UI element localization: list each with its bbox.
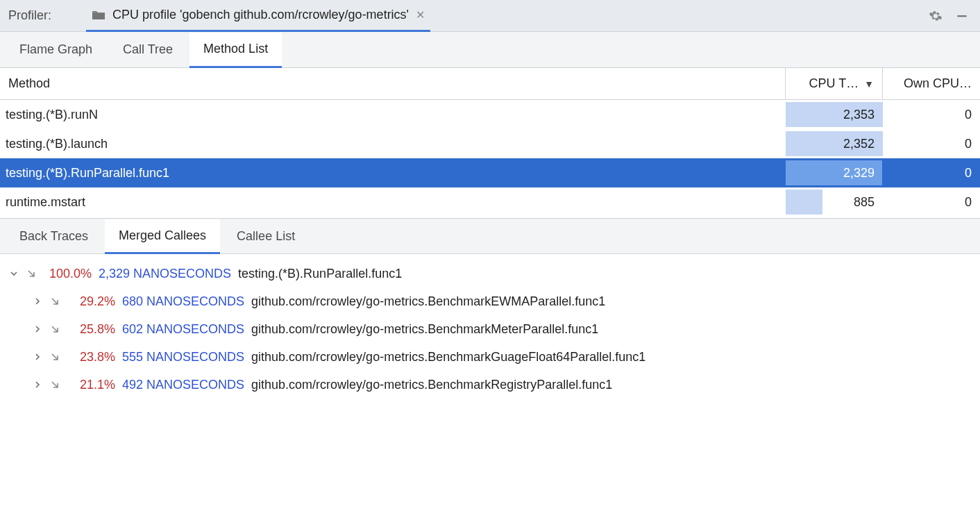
tree-percent: 21.1% xyxy=(67,371,115,399)
own-cpu-cell: 0 xyxy=(883,100,980,129)
main-tabs: Flame GraphCall TreeMethod List xyxy=(0,32,980,68)
tree-method-name: github.com/rcrowley/go-metrics.Benchmark… xyxy=(251,287,605,315)
tab-label: Callee List xyxy=(237,229,295,244)
tree-nanoseconds: 680 NANOSECONDS xyxy=(122,287,244,315)
method-cell: testing.(*B).runN xyxy=(0,100,786,129)
method-name: runtime.mstart xyxy=(6,195,85,210)
own-cpu-cell: 0 xyxy=(883,129,980,158)
cpu-cell: 2,329 xyxy=(786,158,883,187)
tree-row[interactable]: 25.8%602 NANOSECONDSgithub.com/rcrowley/… xyxy=(8,315,972,343)
chevron-right-icon[interactable] xyxy=(32,379,43,390)
column-header-label: Own CPU… xyxy=(904,76,972,91)
tree-method-name: testing.(*B).RunParallel.func1 xyxy=(238,260,402,287)
tree-nanoseconds: 2,329 NANOSECONDS xyxy=(99,260,231,287)
column-header-cpu[interactable]: CPU T… ▼ xyxy=(786,68,883,99)
folder-icon xyxy=(92,10,105,21)
method-name: testing.(*B).launch xyxy=(6,137,108,151)
tab-call-tree[interactable]: Call Tree xyxy=(109,32,187,67)
cpu-value: 2,353 xyxy=(843,108,875,122)
chevron-right-icon[interactable] xyxy=(32,296,43,307)
cpu-value: 2,352 xyxy=(843,137,875,151)
method-table-header: Method CPU T… ▼ Own CPU… xyxy=(0,68,980,100)
cpu-value: 885 xyxy=(854,195,875,210)
own-cpu-cell: 0 xyxy=(883,158,980,187)
tree-row[interactable]: 100.0%2,329 NANOSECONDStesting.(*B).RunP… xyxy=(8,260,972,287)
table-row[interactable]: testing.(*B).RunParallel.func12,3290 xyxy=(0,158,980,187)
own-cpu-cell: 0 xyxy=(883,187,980,217)
tree-row[interactable]: 29.2%680 NANOSECONDSgithub.com/rcrowley/… xyxy=(8,287,972,315)
tree-nanoseconds: 602 NANOSECONDS xyxy=(122,315,244,343)
method-cell: runtime.mstart xyxy=(0,187,786,217)
calls-arrow-icon xyxy=(26,269,36,278)
column-header-method[interactable]: Method xyxy=(0,68,786,99)
tree-percent: 100.0% xyxy=(43,260,92,287)
own-cpu-value: 0 xyxy=(965,195,972,210)
tab-label: Back Traces xyxy=(19,229,88,244)
own-cpu-value: 0 xyxy=(965,166,972,181)
cpu-cell: 2,353 xyxy=(786,100,883,129)
method-table-body: testing.(*B).runN2,3530testing.(*B).laun… xyxy=(0,100,980,218)
callees-tree: 100.0%2,329 NANOSECONDStesting.(*B).RunP… xyxy=(0,254,980,404)
sub-tab-callee-list[interactable]: Callee List xyxy=(223,219,309,253)
method-cell: testing.(*B).RunParallel.func1 xyxy=(0,158,786,187)
cpu-bar xyxy=(786,190,822,215)
table-row[interactable]: runtime.mstart8850 xyxy=(0,187,980,217)
chevron-right-icon[interactable] xyxy=(32,324,43,335)
profile-tab[interactable]: CPU profile 'gobench github.com/rcrowley… xyxy=(86,1,430,32)
column-header-label: CPU T… xyxy=(809,76,859,91)
tab-label: Call Tree xyxy=(123,42,173,57)
tree-percent: 25.8% xyxy=(67,315,115,343)
gear-icon[interactable] xyxy=(926,6,945,26)
tree-method-name: github.com/rcrowley/go-metrics.Benchmark… xyxy=(251,315,598,343)
tab-method-list[interactable]: Method List xyxy=(189,33,282,68)
tree-method-name: github.com/rcrowley/go-metrics.Benchmark… xyxy=(251,343,645,371)
cpu-cell: 885 xyxy=(786,187,883,217)
tree-percent: 29.2% xyxy=(67,287,115,315)
toolbar-label: Profiler: xyxy=(8,8,51,23)
table-row[interactable]: testing.(*B).runN2,3530 xyxy=(0,100,980,129)
calls-arrow-icon xyxy=(50,352,60,362)
chevron-right-icon[interactable] xyxy=(32,351,43,362)
table-row[interactable]: testing.(*B).launch2,3520 xyxy=(0,129,980,158)
calls-arrow-icon xyxy=(50,324,60,334)
calls-arrow-icon xyxy=(50,380,60,389)
tree-row[interactable]: 21.1%492 NANOSECONDSgithub.com/rcrowley/… xyxy=(8,371,972,399)
tab-label: Method List xyxy=(203,42,268,56)
method-name: testing.(*B).RunParallel.func1 xyxy=(6,166,169,181)
tree-method-name: github.com/rcrowley/go-metrics.Benchmark… xyxy=(251,371,612,399)
sub-tab-back-traces[interactable]: Back Traces xyxy=(6,219,102,253)
svg-rect-0 xyxy=(957,15,966,17)
method-name: testing.(*B).runN xyxy=(6,108,98,122)
tree-nanoseconds: 555 NANOSECONDS xyxy=(122,343,244,371)
close-icon[interactable]: ✕ xyxy=(416,8,425,22)
profiler-toolbar: Profiler: CPU profile 'gobench github.co… xyxy=(0,0,980,32)
own-cpu-value: 0 xyxy=(965,108,972,122)
sub-tab-merged-callees[interactable]: Merged Callees xyxy=(105,219,220,254)
tree-percent: 23.8% xyxy=(67,343,115,371)
sort-descending-icon: ▼ xyxy=(864,78,874,90)
tab-label: Merged Callees xyxy=(119,228,206,243)
column-header-own-cpu[interactable]: Own CPU… xyxy=(883,68,980,99)
calls-arrow-icon xyxy=(50,296,60,306)
tab-flame-graph[interactable]: Flame Graph xyxy=(6,32,106,67)
cpu-value: 2,329 xyxy=(843,166,875,181)
cpu-cell: 2,352 xyxy=(786,129,883,158)
own-cpu-value: 0 xyxy=(965,137,972,151)
chevron-down-icon[interactable] xyxy=(8,268,19,279)
profile-tab-title: CPU profile 'gobench github.com/rcrowley… xyxy=(112,8,409,22)
tab-label: Flame Graph xyxy=(19,42,92,57)
minimize-icon[interactable] xyxy=(952,6,972,26)
tree-nanoseconds: 492 NANOSECONDS xyxy=(122,371,244,399)
column-header-label: Method xyxy=(8,76,50,91)
method-cell: testing.(*B).launch xyxy=(0,129,786,158)
sub-tabs: Back TracesMerged CalleesCallee List xyxy=(0,218,980,254)
tree-row[interactable]: 23.8%555 NANOSECONDSgithub.com/rcrowley/… xyxy=(8,343,972,371)
